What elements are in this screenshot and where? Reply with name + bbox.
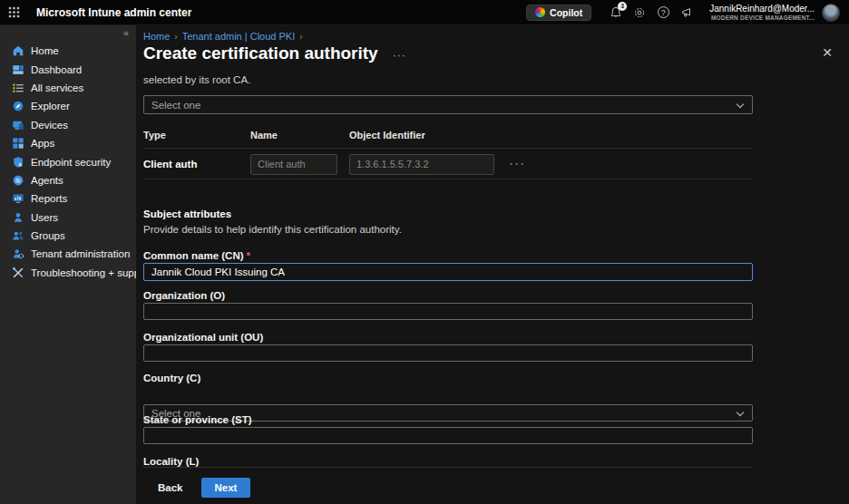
column-object-identifier: Object Identifier [349,130,425,141]
title-overflow-menu-icon[interactable]: ··· [393,45,406,62]
breadcrumb-tenant-admin-cloud-pki[interactable]: Tenant admin | Cloud PKI [182,31,296,42]
sidebar-item-label: Tenant administration [31,248,130,259]
organization-label: Organization (O) [143,290,225,301]
breadcrumb: Home › Tenant admin | Cloud PKI › [143,31,303,42]
country-label: Country (C) [143,373,200,383]
sidebar-item-tenant-administration[interactable]: Tenant administration [0,245,136,263]
sidebar-item-home[interactable]: Home [0,42,136,60]
waffle-grid-icon [8,6,20,18]
sidebar-item-explorer[interactable]: Explorer [0,97,136,115]
column-type: Type [143,130,250,141]
sidebar-item-label: Users [31,212,58,223]
sidebar-item-troubleshooting[interactable]: Troubleshooting + support [0,264,136,282]
sidebar-item-users[interactable]: Users [0,208,136,227]
sidebar-item-endpoint-security[interactable]: Endpoint security [0,152,136,170]
page-title: Create certification authority [143,44,378,63]
apps-icon [12,137,24,150]
sidebar-collapse-button[interactable]: « [123,27,129,38]
chevron-down-icon [737,101,744,108]
feedback-button[interactable] [675,1,698,24]
gear-icon [633,6,646,19]
sidebar-nav: Home Dashboard All services Explorer Dev… [0,42,136,282]
eku-type-value: Client auth [143,159,250,170]
column-name: Name [250,130,349,141]
back-button[interactable]: Back [152,479,189,497]
root-ca-select-placeholder: Select one [151,100,200,111]
sidebar-item-label: Troubleshooting + support [31,267,152,278]
close-icon[interactable]: ✕ [822,45,833,60]
avatar[interactable] [822,4,840,22]
troubleshooting-tools-icon [12,267,24,279]
agents-icon [12,174,24,187]
intro-text: selected by its root CA. [143,74,250,85]
subject-attributes-description: Provide details to help identify this ce… [143,224,402,235]
sidebar-item-reports[interactable]: Reports [0,189,136,208]
endpoint-security-shield-icon [12,156,24,169]
sidebar-item-label: All services [31,82,83,93]
sidebar-item-label: Groups [31,230,65,241]
help-button[interactable]: ? [651,1,675,24]
table-row: Client auth ··· [143,150,753,179]
sidebar-item-label: Explorer [31,101,70,111]
page-title-row: Create certification authority ··· [143,44,406,63]
home-icon [12,44,24,57]
common-name-label-text: Common name (CN) [143,250,244,261]
eku-name-input [250,154,337,175]
subject-attributes-heading: Subject attributes [143,208,231,219]
copilot-icon [535,7,545,17]
top-bar: Microsoft Intune admin center Copilot 3 … [0,0,849,25]
user-name: JannikReinhard@Moder... [709,4,815,15]
sidebar-item-label: Endpoint security [31,157,111,168]
organizational-unit-label: Organizational unit (OU) [143,332,263,343]
sidebar-item-groups[interactable]: Groups [0,227,136,245]
breadcrumb-home[interactable]: Home [143,31,170,42]
groups-icon [12,229,24,242]
sidebar-item-label: Home [31,45,59,56]
sidebar-item-all-services[interactable]: All services [0,79,136,97]
app-title[interactable]: Microsoft Intune admin center [36,6,191,19]
panel-create-certification-authority: Home › Tenant admin | Cloud PKI › Create… [136,25,849,504]
sidebar-item-apps[interactable]: Apps [0,134,136,152]
sidebar: « Home Dashboard All services Explorer D… [0,25,136,504]
account-menu[interactable]: JannikReinhard@Moder... MODERN DEVICE MA… [709,4,815,21]
sidebar-item-agents[interactable]: Agents [0,171,136,189]
organization-input[interactable] [143,303,753,320]
breadcrumb-separator: › [299,32,302,42]
next-button[interactable]: Next [201,478,251,498]
app-launcher-icon[interactable] [0,0,27,25]
devices-icon [12,119,24,131]
root-ca-select[interactable]: Select one [143,95,753,114]
sidebar-item-dashboard[interactable]: Dashboard [0,60,136,78]
row-menu-button[interactable]: ··· [510,158,526,170]
users-icon [12,211,24,224]
user-organization: MODERN DEVICE MANAGEMENT... [709,15,815,21]
dashboard-icon [12,63,24,76]
sidebar-item-label: Apps [31,138,54,149]
eku-table-header: Type Name Object Identifier [143,130,753,149]
feedback-megaphone-icon [680,6,693,19]
wizard-footer: Back Next [136,467,849,504]
state-province-input[interactable] [143,427,753,444]
copilot-label: Copilot [550,7,582,18]
eku-oid-input [349,154,494,175]
organizational-unit-input[interactable] [143,344,753,362]
footer-divider [143,467,753,468]
tenant-administration-icon [12,247,24,260]
help-icon: ? [658,6,669,18]
sidebar-item-devices[interactable]: Devices [0,116,136,134]
sidebar-item-label: Devices [31,120,68,131]
explorer-icon [12,100,24,112]
all-services-icon [12,82,24,94]
settings-button[interactable] [628,1,651,24]
state-province-label: State or province (ST) [143,414,252,425]
required-marker: * [247,250,250,261]
sidebar-item-label: Agents [31,175,63,186]
notifications-button[interactable]: 3 [604,1,628,24]
chevron-down-icon [737,409,744,416]
copilot-button[interactable]: Copilot [526,5,591,21]
common-name-label: Common name (CN)* [143,250,250,261]
breadcrumb-separator: › [174,32,177,42]
sidebar-item-label: Reports [31,193,67,204]
notification-badge: 3 [618,2,627,11]
common-name-input[interactable] [143,263,753,281]
